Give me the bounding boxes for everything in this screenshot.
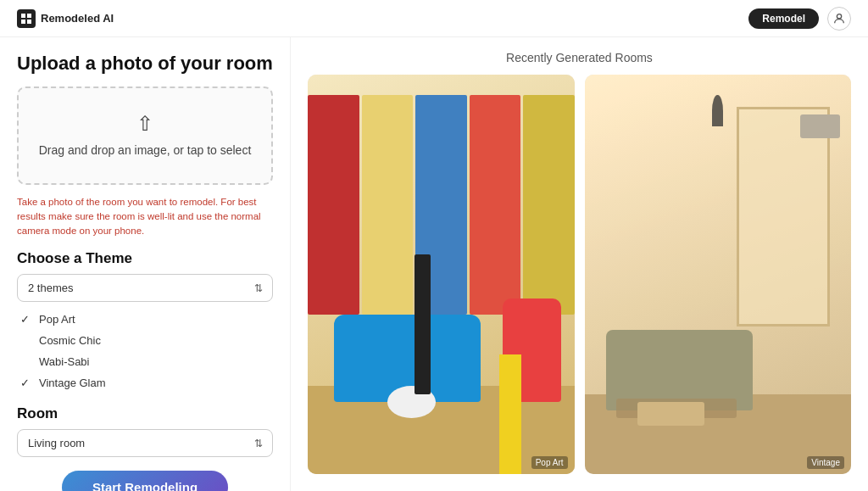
theme-select[interactable]: 2 themes <box>17 274 273 302</box>
hint-prefix: Take a photo of the room <box>17 197 127 207</box>
logo-icon <box>17 9 36 28</box>
svg-rect-3 <box>27 20 31 24</box>
v-lamp <box>712 95 723 127</box>
right-panel: Recently Generated Rooms <box>291 37 868 491</box>
theme-label-pop-art: Pop Art <box>39 313 75 326</box>
vintage-label: Vintage <box>807 456 844 469</box>
pop-art-label: Pop Art <box>531 456 568 469</box>
art-block-5 <box>523 95 575 315</box>
logo-text: Remodeled AI <box>41 12 114 25</box>
room-select[interactable]: Living room <box>17 429 273 457</box>
check-icon-pop-art: ✓ <box>20 313 32 326</box>
theme-label-cosmic-chic: Cosmic Chic <box>39 334 101 347</box>
choose-theme-title: Choose a Theme <box>17 250 273 267</box>
pa-speaker <box>415 254 431 394</box>
theme-item-vintage-glam[interactable]: ✓ Vintage Glam <box>17 372 273 393</box>
v-window <box>737 107 830 326</box>
wall-art <box>308 95 575 315</box>
vintage-visual <box>585 75 852 474</box>
upload-area[interactable]: ⇧ Drag and drop an image, or tap to sele… <box>17 86 273 185</box>
theme-select-wrapper: 2 themes ⇅ <box>17 274 273 302</box>
user-icon[interactable] <box>827 7 851 31</box>
remodel-button[interactable]: Remodel <box>748 8 819 29</box>
start-remodeling-button[interactable]: Start Remodeling <box>62 471 228 491</box>
room-image-vintage: Vintage <box>585 75 852 474</box>
upload-text: Drag and drop an image, or tap to select <box>39 143 252 157</box>
header-right: Remodel <box>748 7 851 31</box>
left-panel: Upload a photo of your room ⇧ Drag and d… <box>0 37 291 491</box>
svg-rect-0 <box>21 14 25 18</box>
svg-rect-1 <box>27 14 31 18</box>
theme-item-pop-art[interactable]: ✓ Pop Art <box>17 309 273 330</box>
room-select-wrapper: Living room ⇅ <box>17 429 273 457</box>
svg-point-4 <box>837 14 841 18</box>
pop-art-visual <box>308 75 575 474</box>
v-ac <box>800 114 840 138</box>
v-table <box>637 402 704 426</box>
page-title: Upload a photo of your room <box>17 53 273 75</box>
main-layout: Upload a photo of your room ⇧ Drag and d… <box>0 37 868 491</box>
theme-item-wabi-sabi[interactable]: Wabi-Sabi <box>17 351 273 372</box>
upload-icon: ⇧ <box>36 112 254 136</box>
images-grid: Pop Art Vintage <box>308 75 851 474</box>
logo: Remodeled AI <box>17 9 114 28</box>
theme-label-wabi-sabi: Wabi-Sabi <box>39 355 89 368</box>
hint-text: Take a photo of the room you want to rem… <box>17 195 273 239</box>
recently-generated-title: Recently Generated Rooms <box>308 51 851 64</box>
svg-rect-2 <box>21 20 25 24</box>
room-section-title: Room <box>17 405 273 422</box>
pa-yellow-strip <box>499 354 520 474</box>
theme-item-cosmic-chic[interactable]: Cosmic Chic <box>17 330 273 351</box>
theme-list: ✓ Pop Art Cosmic Chic Wabi-Sabi ✓ Vintag… <box>17 309 273 393</box>
check-icon-wabi-sabi <box>20 355 32 368</box>
art-block-2 <box>362 95 414 315</box>
theme-label-vintage-glam: Vintage Glam <box>39 377 106 389</box>
room-image-pop-art: Pop Art <box>308 75 575 474</box>
check-icon-cosmic-chic <box>20 334 32 347</box>
art-block-4 <box>470 95 521 315</box>
check-icon-vintage-glam: ✓ <box>20 377 32 389</box>
header: Remodeled AI Remodel <box>0 0 868 37</box>
art-block-1 <box>308 95 359 315</box>
hint-highlight: you want to remodel <box>127 197 215 207</box>
